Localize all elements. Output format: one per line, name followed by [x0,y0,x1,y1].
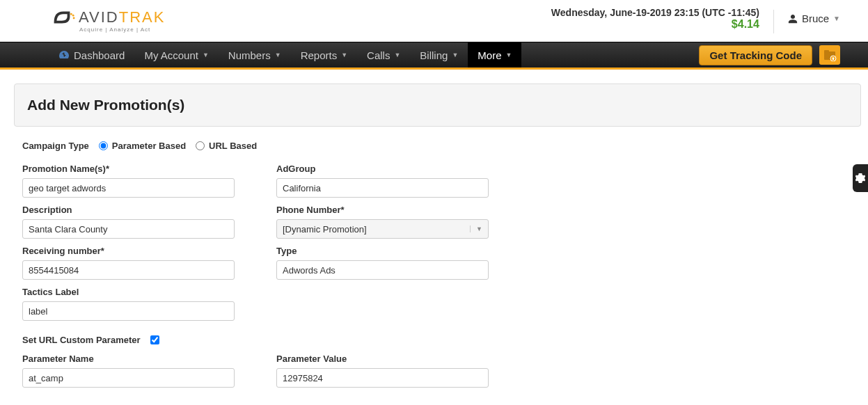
radio-parameter-based[interactable]: Parameter Based [99,141,186,151]
caret-icon: ▼ [394,51,400,58]
datetime-display: Wednesday, June-19-2019 23:15 (UTC -11:4… [551,7,759,18]
divider [773,10,774,33]
type-label: Type [276,246,489,256]
user-name: Bruce [802,13,829,24]
tactics-label-input[interactable] [22,301,235,321]
set-custom-param-checkbox[interactable] [150,335,159,344]
home-shortcut-button[interactable] [819,45,840,65]
parameter-name-label: Parameter Name [22,354,235,364]
adgroup-label: AdGroup [276,164,489,174]
nav-dashboard[interactable]: Dashboard [49,42,134,68]
phone-number-select[interactable]: [Dynamic Promotion] ▼ [276,219,489,239]
phone-number-label: Phone Number* [276,205,489,215]
svg-point-0 [70,13,72,15]
promotion-name-input[interactable] [22,178,235,198]
parameter-value-input[interactable] [276,368,489,388]
set-custom-param-label: Set URL Custom Parameter [22,335,141,345]
promotion-name-label: Promotion Name(s)* [22,164,235,174]
radio-parameter-input[interactable] [99,141,108,150]
chevron-down-icon: ▼ [833,15,840,22]
chevron-down-icon: ▼ [470,225,482,232]
radio-url-input[interactable] [196,141,205,150]
nav-numbers[interactable]: Numbers▼ [219,42,291,68]
caret-icon: ▼ [452,51,458,58]
logo-icon [49,7,75,28]
page-title: Add New Promotion(s) [27,97,848,113]
caret-icon: ▼ [275,51,281,58]
receiving-number-label: Receiving number* [22,246,235,256]
adgroup-input[interactable] [276,178,489,198]
nav-more[interactable]: More▼ [468,42,521,68]
svg-point-1 [72,15,74,17]
radio-url-based[interactable]: URL Based [196,141,257,151]
folder-home-icon [823,49,837,61]
parameter-name-input[interactable] [22,368,235,388]
settings-side-tab[interactable] [853,164,868,192]
caret-icon: ▼ [341,51,347,58]
svg-point-2 [73,17,75,19]
gear-icon [855,173,865,183]
parameter-value-label: Parameter Value [276,354,489,364]
user-icon [788,14,798,24]
type-input[interactable] [276,260,489,280]
caret-icon: ▼ [203,51,209,58]
nav-billing[interactable]: Billing▼ [410,42,468,68]
logo-text: AVIDTRAK [79,8,165,26]
logo[interactable]: AVIDTRAK Acquire | Analyze | Act [49,7,165,33]
get-tracking-code-button[interactable]: Get Tracking Code [699,45,812,65]
receiving-number-input[interactable] [22,260,235,280]
tactics-label-label: Tactics Label [22,287,235,297]
campaign-type-label: Campaign Type [22,141,89,151]
nav-reports[interactable]: Reports▼ [291,42,357,68]
caret-icon: ▼ [506,51,512,58]
description-input[interactable] [22,219,235,239]
dashboard-icon [58,50,70,60]
nav-my-account[interactable]: My Account▼ [134,42,218,68]
logo-tagline: Acquire | Analyze | Act [79,26,165,33]
balance-display: $4.14 [551,18,759,31]
user-menu[interactable]: Bruce ▼ [788,7,840,24]
nav-calls[interactable]: Calls▼ [357,42,410,68]
svg-rect-4 [824,50,829,53]
description-label: Description [22,205,235,215]
